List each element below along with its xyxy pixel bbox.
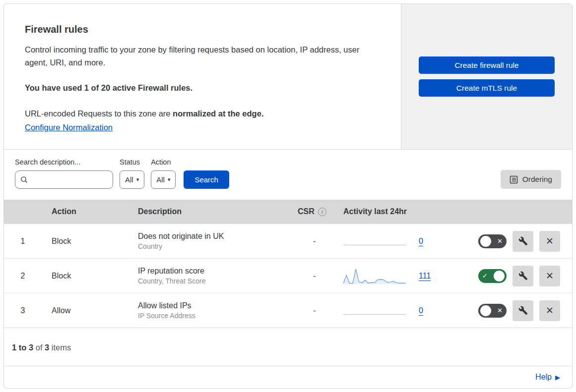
delete-rule-button[interactable]: ✕ — [539, 300, 560, 321]
toggle-knob — [480, 305, 491, 316]
rule-csr-value: - — [298, 272, 343, 280]
status-select[interactable]: All ▾ — [120, 170, 144, 189]
rule-enabled-toggle[interactable]: ✕ — [478, 234, 507, 248]
action-select-value: All — [156, 175, 165, 184]
rule-activity-cell: 0 — [343, 232, 473, 251]
toggle-off-x-icon: ✕ — [495, 307, 505, 314]
rule-description-cell: Does not originate in UK Country — [138, 232, 298, 250]
table-header-row: Action Description CSR i Activity last 2… — [4, 200, 572, 224]
create-mtls-rule-button[interactable]: Create mTLS rule — [419, 79, 555, 97]
rule-action: Allow — [52, 306, 138, 315]
rule-action: Block — [52, 237, 138, 246]
delete-rule-button[interactable]: ✕ — [539, 231, 560, 252]
rule-enabled-toggle[interactable]: ✓ — [478, 269, 507, 283]
status-label: Status — [120, 158, 144, 166]
header-cell-action: Action — [52, 207, 138, 216]
normalization-text: URL-encoded Requests to this zone are no… — [25, 108, 380, 120]
help-bar: Help ▶ — [4, 366, 572, 388]
activity-sparkline — [343, 267, 406, 285]
activity-sparkline-empty — [343, 301, 406, 320]
activity-flat-line — [343, 314, 406, 315]
status-select-value: All — [125, 175, 133, 184]
activity-sparkline-empty — [343, 232, 406, 251]
rule-activity-cell: 0 — [343, 301, 473, 320]
activity-flat-line — [343, 245, 406, 245]
configure-normalization-link[interactable]: Configure Normalization — [25, 123, 113, 132]
pagination-summary: 1 to 3 of 3 items — [4, 328, 572, 361]
firewall-rules-card: Firewall rules Control incoming traffic … — [3, 3, 573, 389]
actions-panel: Create firewall rule Create mTLS rule — [401, 4, 572, 149]
action-filter-group: Action All ▾ — [151, 158, 176, 189]
edit-rule-button[interactable] — [512, 300, 533, 321]
usage-text: You have used 1 of 20 active Firewall ru… — [25, 82, 380, 95]
table-row: 3 Allow Allow listed IPs IP Source Addre… — [4, 293, 572, 328]
rule-controls: ✓ ✕ — [473, 266, 572, 286]
header-cell-csr: CSR i — [298, 207, 343, 216]
rule-csr-value: - — [298, 237, 343, 246]
normalization-prefix: URL-encoded Requests to this zone are — [25, 109, 173, 118]
search-input[interactable] — [28, 175, 108, 184]
rule-activity-cell: 111 — [343, 267, 473, 285]
action-label: Action — [151, 158, 176, 166]
search-input-box[interactable] — [15, 170, 113, 189]
help-link-label: Help — [535, 373, 552, 382]
normalization-bold: normalized at the edge. — [173, 109, 263, 118]
table-row: 2 Block IP reputation score Country, Thr… — [4, 258, 572, 293]
toggle-knob — [494, 271, 505, 281]
help-link[interactable]: Help ▶ — [535, 373, 560, 382]
rule-criteria: Country, Threat Score — [138, 277, 298, 285]
header-cell-activity: Activity last 24hr — [343, 207, 473, 216]
summary-range: 1 to 3 — [12, 343, 33, 352]
search-icon — [20, 176, 28, 184]
info-icon[interactable]: i — [318, 208, 326, 216]
summary-of: of — [36, 343, 43, 352]
summary-items: items — [52, 343, 71, 352]
chevron-down-icon: ▾ — [168, 176, 171, 183]
rule-description-cell: Allow listed IPs IP Source Address — [138, 301, 298, 320]
wrench-icon — [518, 271, 528, 280]
rule-csr-value: - — [298, 306, 343, 315]
activity-count-link[interactable]: 0 — [419, 237, 432, 246]
ordering-button[interactable]: Ordering — [501, 170, 561, 189]
ordering-button-label: Ordering — [522, 175, 552, 184]
table-row: 1 Block Does not originate in UK Country… — [4, 224, 572, 258]
summary-total: 3 — [45, 343, 49, 352]
toggle-off-x-icon: ✕ — [495, 238, 505, 244]
create-firewall-rule-button[interactable]: Create firewall rule — [419, 56, 555, 74]
rule-controls: ✕ ✕ — [473, 231, 572, 252]
rules-table: Action Description CSR i Activity last 2… — [4, 200, 572, 328]
rule-priority: 1 — [4, 237, 52, 246]
activity-count-link[interactable]: 111 — [419, 272, 432, 280]
rule-enabled-toggle[interactable]: ✕ — [478, 304, 507, 318]
csr-header-label: CSR — [298, 207, 315, 216]
activity-count-link[interactable]: 0 — [419, 306, 432, 315]
page-description: Control incoming traffic to your zone by… — [25, 44, 380, 69]
rule-description: Does not originate in UK — [138, 232, 298, 241]
close-icon: ✕ — [546, 235, 554, 247]
rule-criteria: Country — [138, 242, 298, 250]
rule-controls: ✕ ✕ — [473, 300, 572, 321]
rule-priority: 3 — [4, 306, 52, 315]
rule-description-cell: IP reputation score Country, Threat Scor… — [138, 267, 298, 285]
toggle-on-check-icon: ✓ — [480, 273, 490, 279]
wrench-icon — [518, 306, 528, 315]
edit-rule-button[interactable] — [512, 266, 533, 286]
page-title: Firewall rules — [25, 24, 380, 35]
delete-rule-button[interactable]: ✕ — [539, 266, 560, 286]
ordering-list-icon — [510, 175, 518, 184]
wrench-icon — [518, 236, 528, 246]
close-icon: ✕ — [546, 270, 554, 281]
top-section: Firewall rules Control incoming traffic … — [4, 4, 572, 149]
close-icon: ✕ — [546, 305, 554, 316]
search-button[interactable]: Search — [184, 170, 229, 189]
header-section: Firewall rules Control incoming traffic … — [4, 4, 401, 149]
normalization-link-row: Configure Normalization — [25, 123, 380, 132]
chevron-down-icon: ▾ — [136, 176, 139, 183]
filter-bar: Search description... Status All ▾ Actio… — [4, 149, 572, 200]
toggle-knob — [480, 236, 491, 247]
rule-description: Allow listed IPs — [138, 301, 298, 310]
search-group: Search description... — [15, 158, 113, 189]
status-filter-group: Status All ▾ — [120, 158, 144, 189]
action-select[interactable]: All ▾ — [151, 170, 176, 189]
edit-rule-button[interactable] — [512, 231, 533, 252]
